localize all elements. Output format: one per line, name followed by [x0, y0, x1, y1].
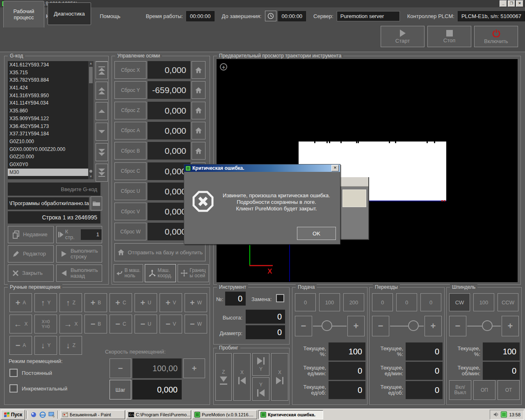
scroll-down-icon[interactable]: ▼	[88, 174, 94, 179]
stop-button[interactable]: Стоп	[427, 26, 471, 47]
gcode-line[interactable]: M30	[8, 169, 88, 176]
rapid-slider-knob[interactable]	[408, 320, 419, 331]
spindle-override-slider[interactable]: −+	[449, 315, 519, 337]
home-x-button[interactable]	[192, 61, 205, 79]
jog-minus-b-button[interactable]: −B	[84, 315, 107, 333]
speed-minus-button[interactable]: −	[110, 358, 131, 378]
home-z-button[interactable]	[192, 102, 205, 119]
scroll-up-icon[interactable]: ▲	[88, 61, 94, 66]
run-back-button[interactable]: Выполнить назад	[56, 265, 102, 282]
start-menu-button[interactable]: Пуск	[1, 410, 25, 420]
jog-minus-c-button[interactable]: −C	[110, 315, 132, 333]
volume-icon[interactable]	[493, 412, 499, 417]
jog-plus-u-button[interactable]: +U	[135, 293, 157, 312]
gcode-line[interactable]: G0Z10.000	[8, 138, 88, 146]
jog-plus-a-button[interactable]: +A	[9, 293, 32, 312]
gcode-line[interactable]: X41.316Y593.950	[8, 92, 88, 100]
spindle-preset-100-button[interactable]: 100	[473, 293, 494, 311]
gcode-line[interactable]: X41.424	[8, 84, 88, 92]
reset-v-button[interactable]: Сброс V	[114, 203, 146, 220]
spindle-op-button[interactable]: ОП	[473, 380, 495, 400]
feed-slider-knob[interactable]	[322, 320, 332, 331]
gcode-line[interactable]: X35.860	[8, 107, 88, 115]
open-file-button[interactable]	[91, 196, 102, 210]
spindle-ot-button[interactable]: ОТ	[498, 380, 520, 400]
gcode-line[interactable]: X37.371Y594.184	[8, 130, 88, 138]
speed-value[interactable]: 100,00	[132, 358, 182, 378]
reset-u-button[interactable]: Сброс U	[114, 183, 146, 200]
gcode-line[interactable]: X41.114Y594.034	[8, 99, 88, 107]
rapid-minus-button[interactable]: −	[372, 316, 389, 336]
step-button[interactable]: Шаг	[110, 380, 131, 399]
zoom-plus-icon[interactable]: +	[220, 63, 227, 71]
feed-plus-button[interactable]: +	[347, 316, 365, 336]
rapid-override-slider[interactable]: −+	[372, 315, 442, 337]
reset-a-button[interactable]: Сброс A	[114, 122, 146, 139]
scroll-thumb[interactable]	[89, 67, 93, 83]
jog-plus-w-button[interactable]: +W	[185, 293, 207, 312]
feed-override-slider[interactable]: −+	[295, 315, 365, 337]
goto-line-button[interactable]: К стр. 1	[56, 226, 102, 243]
gcode-line[interactable]: X35.909Y594.122	[8, 115, 88, 123]
quick-launch-3[interactable]	[48, 411, 56, 419]
speed-plus-button[interactable]: +	[183, 358, 205, 378]
machine-coords-button[interactable]: Маш. коорд.	[145, 264, 176, 282]
jog-arrow-y-button[interactable]: ↑Y	[34, 293, 57, 312]
gcode-line[interactable]: X35.782Y593.884	[8, 76, 88, 84]
tab-work-process[interactable]: Рабочий процесс	[3, 1, 44, 27]
feed-preset-0-button[interactable]: 0	[295, 293, 316, 311]
editor-button[interactable]: Редактор	[8, 245, 54, 262]
tab-diagnostics[interactable]: Диагностика	[48, 2, 91, 25]
probe-y-down-button[interactable]: Y	[252, 377, 269, 401]
line-up-button[interactable]	[96, 102, 108, 120]
gcode-list[interactable]: X41.612Y593.734X35.715X35.782Y593.884X41…	[8, 61, 88, 179]
gcode-scrollbar[interactable]: ▲ ▼	[88, 61, 94, 179]
recent-files-button[interactable]: Недавние	[8, 226, 54, 243]
feed-preset-100-button[interactable]: 100	[319, 293, 340, 311]
mode-constant-checkbox[interactable]	[9, 369, 18, 377]
feed-minus-button[interactable]: −	[295, 316, 312, 336]
to-machine-zero-button[interactable]: В маш. ноль	[114, 264, 143, 282]
start-button[interactable]: Старт	[381, 26, 425, 47]
quick-launch-1[interactable]	[30, 411, 38, 419]
minimize-button[interactable]: _	[500, 0, 507, 7]
reset-z-button[interactable]: Сброс Z	[114, 102, 146, 119]
spindle-minus-button[interactable]: −	[449, 316, 466, 336]
tool-height-value[interactable]: 0	[246, 310, 285, 324]
rapid-plus-button[interactable]: +	[425, 316, 442, 336]
goto-first-button[interactable]	[96, 61, 108, 79]
dialog-close-button[interactable]: ✕	[331, 165, 339, 171]
gcode-input[interactable]	[8, 183, 100, 196]
power-button[interactable]: Включить	[474, 26, 518, 47]
spindle-slider-knob[interactable]	[482, 320, 493, 331]
close-button[interactable]: ✕	[516, 0, 523, 7]
task-active[interactable]: Критическая ошибка.	[258, 410, 323, 419]
probe-y-up-button[interactable]: Y	[252, 353, 269, 376]
reset-y-button[interactable]: Сброс Y	[114, 81, 146, 99]
page-up-button[interactable]	[96, 82, 108, 100]
gcode-file-path[interactable]: \Программы обработки\панно.tap	[8, 197, 89, 210]
gcode-line[interactable]: G0Z20.000	[8, 153, 88, 161]
step-value[interactable]: 0,000	[132, 380, 182, 399]
home-a-button[interactable]	[192, 122, 205, 139]
task-button[interactable]: C:\C:\Program Files\Puremo...	[126, 410, 191, 419]
jog-plus-b-button[interactable]: +B	[84, 293, 107, 312]
jog-minus-v-button[interactable]: −V	[160, 315, 182, 333]
probe-z-button[interactable]: Z	[215, 353, 232, 401]
gcode-line[interactable]: X35.715	[8, 69, 88, 77]
tool-number-value[interactable]: 0	[225, 292, 246, 306]
jog-arrow-z-button[interactable]: ↑Z	[59, 293, 82, 312]
send-home-zero-button[interactable]: Отправить на базу и обнулить	[114, 243, 205, 261]
task-button[interactable]: Безымянный - Paint	[60, 410, 125, 419]
reset-x-button[interactable]: Сброс X	[114, 61, 146, 79]
spindle-onoff-button[interactable]: Вкл/ Выкл	[449, 380, 471, 400]
jog-plus-v-button[interactable]: +V	[160, 293, 182, 312]
reset-w-button[interactable]: Сброс W	[114, 223, 146, 240]
jog-minus-u-button[interactable]: −U	[135, 315, 157, 333]
dialog-titlebar[interactable]: Критическая ошибка. ✕	[184, 164, 340, 172]
reset-b-button[interactable]: Сброс B	[114, 142, 146, 160]
jog-arrow-z-button[interactable]: ↓Z	[59, 336, 82, 355]
home-b-button[interactable]	[192, 142, 205, 160]
rapid-preset-0-button[interactable]: 0	[396, 293, 417, 311]
probe-x-right-button[interactable]: X	[271, 353, 288, 401]
